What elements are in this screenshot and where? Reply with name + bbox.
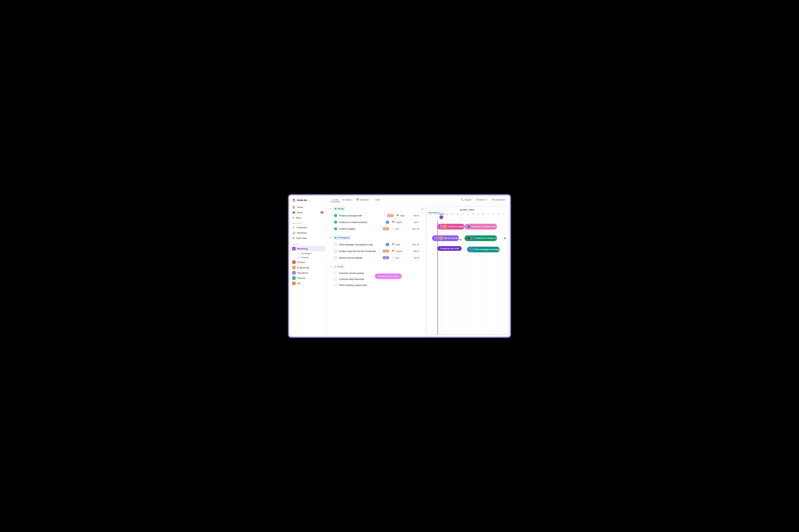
tooltip-text: Updating task status <box>378 275 399 278</box>
tab-add[interactable]: + Add <box>371 197 382 202</box>
show-button[interactable]: ⊞ Show · 5 <box>475 197 489 202</box>
dots-spacer-ip2: ··· <box>406 250 408 252</box>
due-date-ip2: Dec 5 <box>411 250 419 252</box>
gantt-bar-audience-green[interactable]: E F Audience & market research <box>465 235 497 241</box>
customize-button[interactable]: ⚙ Customize <box>490 197 507 202</box>
gantt-avatar-2: B <box>443 225 447 228</box>
due-date: Dec 6 <box>411 214 419 217</box>
home-icon: 🏠 <box>292 206 295 209</box>
gantt-bar-finalize[interactable]: A B Finalize campaign brief <box>438 224 464 229</box>
priority-flag-ip2: 🚩 Urgent <box>392 250 404 252</box>
table-row[interactable]: Finalize asset list and bill of material… <box>327 248 426 254</box>
task-options-ip1[interactable]: ··· <box>422 243 424 246</box>
tab-board[interactable]: ⊞ Board <box>341 197 353 202</box>
space-item-product[interactable]: P Product <box>290 260 326 265</box>
group-add-ready[interactable]: ⊕ <box>421 207 424 211</box>
ready-label: Ready <box>337 207 344 210</box>
task-meta-3: A B 🏳 Low ··· Dec 25 ··· <box>383 227 424 231</box>
task-checkbox[interactable] <box>330 214 332 217</box>
table-row[interactable]: Draft campaign messaging & copy C 🚩 High… <box>327 241 426 248</box>
space-item-finance[interactable]: F Finance <box>290 276 326 281</box>
tab-list[interactable]: ≡ List <box>330 197 340 202</box>
tab-calendar[interactable]: 📅 Calendar <box>354 197 371 202</box>
table-row[interactable]: ✓ Confirm budgets A B 🏳 Low ··· Dec <box>327 226 426 232</box>
low-flag-icon: 🏳 <box>392 228 394 230</box>
gantt-bar-audience[interactable]: C Audience & market research <box>465 224 497 229</box>
task-meta: A B 🚩 High Dec 6 ··· <box>387 213 424 217</box>
gantt-avatar-7: F <box>470 236 474 240</box>
flag-icon: 🚩 <box>396 214 399 217</box>
low-flag-icon-2: 🏳 <box>392 256 394 259</box>
task-avatars-ip1: C <box>386 243 389 246</box>
teamview-icon: ⊞ <box>292 236 294 240</box>
avatar: C <box>386 220 389 224</box>
space-item-operations[interactable]: O Operations <box>290 270 326 276</box>
sidebar-item-workload[interactable]: 📊 Workload <box>290 230 326 235</box>
task-name-3: Confirm budgets <box>339 228 381 230</box>
group-toggle-ready[interactable]: ▼ <box>330 208 332 210</box>
list-icon: ≡ <box>332 198 334 201</box>
task-options-ip2[interactable]: ··· <box>422 250 424 252</box>
gantt-bar-draft[interactable]: C Draft campaign messaging <box>467 247 500 252</box>
priority-label-ip3: Low <box>395 256 399 259</box>
task-meta-ip1: C 🚩 High ··· Dec 15 ··· <box>386 243 424 246</box>
priority-flag-ip1: 🚩 High <box>392 243 404 246</box>
folder-icon: 🗂 <box>297 252 299 254</box>
task-options-button-3[interactable]: ··· <box>422 228 424 230</box>
due-date-3: Dec 25 <box>411 228 419 230</box>
sidebar-subitem-content[interactable]: 🗂 Content <box>290 255 326 260</box>
space-item-hr[interactable]: H HR <box>290 281 326 286</box>
gantt-day: 30 <box>481 213 486 219</box>
gantt-drag-handle[interactable] <box>434 237 436 240</box>
task-status-td3 <box>334 283 337 287</box>
show-icon: ⊞ <box>476 198 478 201</box>
todo-circle-icon-2 <box>334 278 337 281</box>
gantt-day: 2 <box>491 213 496 219</box>
todo-label: To Do <box>337 265 343 268</box>
tab-list-label: List <box>335 198 338 201</box>
space-item-engineering[interactable]: E Engineering <box>290 265 326 270</box>
priority-flag-3: 🏳 Low <box>392 228 404 230</box>
table-row[interactable]: Define channel strategy C D 🏳 Low ··· Ja… <box>327 254 426 261</box>
task-options-button[interactable]: ··· <box>422 214 424 217</box>
sidebar-item-inbox[interactable]: 📥 Inbox 9 <box>290 210 326 215</box>
status-badge-ready: Ready <box>333 207 346 211</box>
app-logo[interactable]: Acme Inc. ▾ <box>289 198 327 205</box>
sidebar-item-timesheet[interactable]: ⏱ Timesheet <box>290 225 326 230</box>
inbox-icon: 📥 <box>292 211 295 214</box>
gantt-day: 4 <box>501 213 506 219</box>
space-dot-finance: F <box>292 277 296 280</box>
sidebar-item-more[interactable]: ⊕ More <box>290 215 326 220</box>
avatar: B <box>390 213 394 217</box>
timesheet-label: Timesheet <box>296 226 307 229</box>
table-row[interactable]: ✓ Audience & market research C 🚩 Urgent … <box>327 219 426 226</box>
task-name: Finalize campaign brief <box>339 214 385 217</box>
task-status-ready: ✓ <box>334 214 337 217</box>
group-toggle-inprogress[interactable]: ▼ <box>330 236 332 239</box>
gantt-day: 21 <box>433 213 438 219</box>
avatar: D <box>386 256 389 260</box>
task-options-ip3[interactable]: ··· <box>422 256 424 259</box>
sidebar-subitem-campaigns[interactable]: 🗂 Campaigns <box>290 251 326 255</box>
gantt-bar-materials[interactable]: A B Bill of materials <box>432 235 459 241</box>
gantt-avatar: A <box>440 225 443 228</box>
gantt-bar-label-3: Bill of materials <box>444 237 460 240</box>
search-button[interactable]: 🔍 Search <box>460 197 473 202</box>
space-dot-engineering: E <box>292 266 296 269</box>
table-row[interactable]: Field marketing support plan <box>327 282 426 288</box>
space-label-operations: Operations <box>297 272 308 274</box>
task-name-td3: Field marketing support plan <box>339 284 424 286</box>
priority-label-3: Low <box>395 228 399 230</box>
sidebar-item-home[interactable]: 🏠 Home <box>290 205 326 210</box>
group-toggle-todo[interactable]: ▼ <box>330 266 332 268</box>
table-row[interactable]: ✓ Finalize campaign brief A B 🚩 High Dec… <box>327 212 426 219</box>
inprogress-label: In Progress <box>337 236 349 239</box>
sidebar-item-teamview[interactable]: ⊞ Team view <box>290 235 326 241</box>
task-meta-ip2: A B 🚩 Urgent ··· Dec 5 ··· <box>383 249 424 253</box>
space-item-marketing[interactable]: M Marketing <box>290 246 326 251</box>
more-icon: ⊕ <box>292 216 294 219</box>
space-dot-marketing: M <box>292 247 296 250</box>
dots-spacer-ip3: ··· <box>406 256 408 259</box>
inbox-label: Inbox <box>297 211 302 214</box>
task-options-button-2[interactable]: ··· <box>422 221 424 224</box>
